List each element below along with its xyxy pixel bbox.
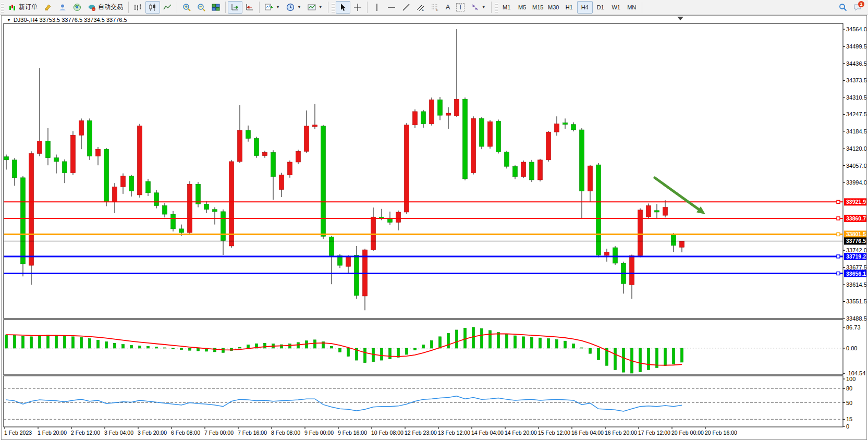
market-watch-button[interactable] — [70, 1, 84, 14]
line-end-marker — [837, 255, 840, 258]
time-tick-label: 3 Feb 04:00 — [104, 430, 133, 436]
new-chart-button[interactable]: ▼ — [262, 1, 283, 14]
time-tick-label: 6 Feb 08:00 — [171, 430, 200, 436]
timeframe-button-h4[interactable]: H4 — [577, 1, 593, 14]
label-tool-button[interactable]: T — [453, 1, 467, 14]
macd-bar — [30, 337, 33, 348]
highlight-tool-button[interactable] — [41, 1, 55, 14]
bear-candle — [46, 141, 51, 158]
cursor-tool-button[interactable] — [336, 1, 350, 14]
dropdown-arrow-icon: ▼ — [319, 5, 323, 9]
trendline-tool-button[interactable] — [399, 1, 413, 14]
vertical-line-tool-button[interactable] — [370, 1, 384, 14]
svg-text:33776.5: 33776.5 — [846, 238, 866, 244]
timeframe-button-h1[interactable]: H1 — [561, 1, 577, 14]
text-tool-button[interactable]: A — [443, 1, 454, 14]
macd-bar — [130, 345, 133, 348]
timeframe-button-m15[interactable]: M15 — [530, 1, 546, 14]
macd-bar — [639, 348, 642, 372]
macd-bar — [439, 337, 442, 348]
chat-bubble-icon: 1 — [853, 3, 862, 11]
horizontal-line-tool-button[interactable] — [384, 1, 399, 14]
time-tick-label: 1 Feb 2023 — [4, 430, 32, 436]
bear-candle — [196, 184, 201, 204]
tile-windows-button[interactable] — [209, 1, 223, 14]
toolbar-drag-handle[interactable] — [1, 2, 4, 13]
bull-candle — [79, 120, 84, 135]
profiles-button[interactable] — [55, 1, 70, 14]
toolbar-separator — [225, 2, 226, 13]
toolbar-drag-handle[interactable] — [495, 2, 498, 13]
candlestick-chart-button[interactable] — [145, 1, 160, 14]
bear-candle — [438, 100, 443, 115]
tile-windows-icon — [212, 3, 220, 11]
signal-icon — [73, 3, 81, 11]
macd-bar — [147, 346, 150, 348]
timeframe-button-m1[interactable]: M1 — [499, 1, 515, 14]
macd-bar — [47, 335, 50, 348]
arrows-icon — [471, 3, 479, 11]
period-button[interactable]: ▼ — [283, 1, 304, 14]
time-tick-label: 14 Feb 20:00 — [505, 430, 537, 436]
bull-candle — [663, 207, 668, 215]
time-axis[interactable]: 1 Feb 20231 Feb 20:002 Feb 12:003 Feb 04… — [4, 427, 737, 436]
chart-shift-button[interactable] — [242, 1, 257, 14]
bear-candle — [530, 162, 534, 180]
price-tick-label: 33994.0 — [846, 179, 866, 186]
bull-candle — [646, 206, 651, 217]
channel-tool-button[interactable]: E — [413, 1, 428, 14]
macd-bar — [531, 337, 533, 348]
time-tick-label: 9 Feb 00:00 — [304, 430, 334, 436]
equidistant-channel-icon: E — [417, 3, 425, 11]
search-icon — [839, 3, 847, 11]
candlestick-chart-icon — [149, 3, 157, 11]
bar-chart-button[interactable] — [131, 1, 145, 14]
timeframe-button-w1[interactable]: W1 — [608, 1, 624, 14]
bull-candle — [188, 184, 192, 232]
bull-candle — [555, 124, 559, 132]
new-order-button[interactable]: 新订单 — [5, 1, 41, 14]
bear-candle — [463, 99, 468, 179]
bull-candle — [121, 176, 126, 187]
macd-bar — [472, 327, 475, 348]
price-tick-label: 33742.0 — [846, 247, 866, 253]
chart-shift-marker-icon[interactable] — [677, 17, 683, 20]
price-tick-label: 34120.0 — [846, 145, 866, 152]
notifications-button[interactable]: 1 — [850, 1, 865, 14]
bear-candle — [213, 210, 217, 212]
crosshair-tool-button[interactable] — [350, 1, 365, 14]
rsi-tick-label: 100 — [846, 376, 855, 382]
macd-bar — [681, 348, 683, 362]
template-icon — [308, 3, 316, 11]
timeframe-button-m5[interactable]: M5 — [515, 1, 530, 14]
macd-tick-label: 86.73 — [846, 324, 861, 330]
main-toolbar: 新订单 自动交易 — [0, 0, 868, 15]
template-button[interactable]: ▼ — [304, 1, 326, 14]
bear-candle — [496, 121, 501, 152]
auto-scroll-button[interactable] — [228, 1, 242, 14]
bear-candle — [513, 166, 518, 177]
timeframe-button-m30[interactable]: M30 — [546, 1, 561, 14]
auto-trading-button[interactable]: 自动交易 — [84, 1, 126, 14]
line-chart-button[interactable] — [160, 1, 175, 14]
bear-candle — [613, 248, 618, 263]
price-chart-canvas[interactable]: 33921.933860.733801.533719.233656.133776… — [2, 16, 866, 439]
bull-candle — [263, 152, 267, 155]
toolbar-drag-handle[interactable] — [332, 2, 335, 13]
zoom-out-button[interactable] — [194, 1, 209, 14]
price-axis[interactable]: 34564.034499.534436.534373.534310.534247… — [843, 26, 866, 322]
fibonacci-tool-button[interactable]: F — [428, 1, 443, 14]
price-tick-label: 33488.5 — [846, 315, 866, 322]
search-button[interactable] — [836, 1, 850, 14]
macd-bar — [522, 337, 525, 348]
zoom-in-button[interactable] — [179, 1, 194, 14]
time-tick-label: 16 Feb 20:00 — [605, 430, 637, 436]
bull-candle — [304, 126, 309, 152]
timeframe-button-d1[interactable]: D1 — [593, 1, 608, 14]
timeframe-button-mn[interactable]: MN — [624, 1, 640, 14]
time-tick-label: 7 Feb 00:00 — [204, 430, 234, 436]
price-tick-label: 34436.5 — [846, 60, 866, 67]
macd-bar — [347, 348, 350, 357]
arrows-tool-button[interactable]: ▼ — [468, 1, 489, 14]
macd-tick-label: 0.00 — [846, 345, 857, 351]
